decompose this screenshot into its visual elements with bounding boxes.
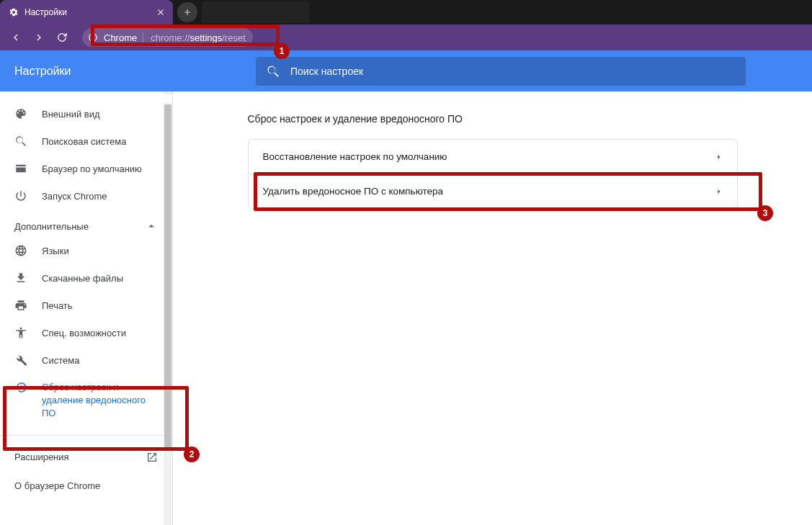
sidebar-extensions[interactable]: Расширения (0, 443, 172, 472)
chevron-right-icon (715, 153, 723, 161)
settings-sidebar: Внешний вид Поисковая система Браузер по… (0, 91, 173, 525)
gear-icon (9, 7, 19, 17)
search-placeholder: Поиск настроек (290, 66, 363, 77)
wrench-icon (14, 354, 27, 367)
reset-restore-defaults[interactable]: Восстановление настроек по умолчанию (249, 140, 737, 174)
svg-rect-1 (92, 37, 94, 39)
search-icon (14, 135, 27, 148)
section-title: Сброс настроек и удаление вредоносного П… (248, 113, 738, 125)
sidebar-item-label: Сброс настроек и удаление вредоносного П… (42, 381, 161, 421)
row-label: Удалить вредоносное ПО с компьютера (263, 186, 444, 197)
address-label: Chrome (98, 32, 143, 43)
sidebar-item-reset[interactable]: Сброс настроек и удаление вредоносного П… (0, 374, 172, 428)
row-label: Восстановление настроек по умолчанию (263, 151, 447, 162)
annotation-badge-1: 1 (274, 43, 290, 59)
sidebar-item-label: Внешний вид (42, 109, 100, 120)
sidebar-separator (0, 435, 172, 436)
sidebar-item-label: Система (42, 355, 79, 366)
globe-icon (14, 244, 27, 257)
sidebar-item-label: Языки (42, 246, 69, 256)
url-highlight: settings (189, 32, 222, 43)
settings-header: Настройки Поиск настроек (0, 50, 812, 91)
sidebar-item-default-browser[interactable]: Браузер по умолчанию (0, 155, 172, 182)
browser-icon (14, 162, 27, 175)
power-icon (14, 189, 27, 202)
sidebar-extensions-label: Расширения (14, 452, 69, 462)
plus-icon (182, 7, 192, 17)
sidebar-item-search-engine[interactable]: Поисковая система (0, 127, 172, 155)
download-icon (14, 272, 27, 284)
sidebar-item-accessibility[interactable]: Спец. возможности (0, 319, 172, 346)
reset-cleanup-computer[interactable]: Удалить вредоносное ПО с компьютера (249, 174, 737, 208)
sidebar-item-label: Браузер по умолчанию (42, 163, 142, 174)
sidebar-item-languages[interactable]: Языки (0, 237, 172, 264)
sidebar-item-system[interactable]: Система (0, 346, 172, 374)
settings-main: Сброс настроек и удаление вредоносного П… (173, 91, 812, 525)
restore-icon (14, 381, 27, 394)
active-tab[interactable]: Настройки (0, 0, 173, 24)
annotation-badge-3: 3 (757, 205, 773, 221)
sidebar-item-label: Спец. возможности (42, 328, 126, 338)
tab-title: Настройки (24, 7, 150, 17)
sidebar-about[interactable]: О браузере Chrome (0, 472, 172, 500)
lock-icon (88, 32, 98, 42)
arrow-right-icon (32, 31, 45, 44)
sidebar-item-label: Скачанные файлы (42, 273, 123, 284)
sidebar-about-label: О браузере Chrome (14, 480, 100, 491)
address-bar[interactable]: Chrome chrome://settings/reset (82, 28, 253, 47)
sidebar-item-print[interactable]: Печать (0, 292, 172, 319)
sidebar-advanced-toggle[interactable]: Дополнительные (0, 210, 172, 237)
forward-button[interactable] (30, 29, 48, 46)
palette-icon (14, 107, 27, 120)
sidebar-item-label: Запуск Chrome (42, 191, 107, 202)
sidebar-item-label: Поисковая система (42, 136, 127, 147)
inactive-tab[interactable] (202, 1, 310, 23)
sidebar-advanced-label: Дополнительные (14, 221, 89, 232)
sidebar-item-label: Печать (42, 300, 73, 311)
annotation-badge-2: 2 (184, 447, 200, 462)
close-icon[interactable] (156, 7, 166, 17)
external-link-icon (146, 452, 158, 463)
chevron-up-icon (145, 220, 158, 233)
address-url: chrome://settings/reset (143, 32, 253, 43)
sidebar-item-appearance[interactable]: Внешний вид (0, 100, 172, 127)
accessibility-icon (14, 326, 27, 339)
reload-icon (55, 31, 68, 44)
sidebar-scrollbar[interactable] (164, 91, 172, 525)
settings-search[interactable]: Поиск настроек (256, 57, 746, 86)
url-suffix: /reset (222, 32, 246, 43)
arrow-left-icon (9, 31, 22, 44)
chevron-right-icon (715, 188, 723, 195)
sidebar-item-downloads[interactable]: Скачанные файлы (0, 264, 172, 292)
back-button[interactable] (7, 29, 24, 46)
print-icon (14, 299, 27, 312)
sidebar-item-startup[interactable]: Запуск Chrome (0, 182, 172, 210)
settings-title: Настройки (14, 65, 256, 78)
search-icon (266, 64, 280, 78)
reload-button[interactable] (53, 29, 71, 46)
browser-tabstrip: Настройки (0, 0, 812, 24)
new-tab-button[interactable] (177, 2, 197, 22)
reset-card: Восстановление настроек по умолчанию Уда… (248, 139, 738, 209)
url-prefix: chrome:// (151, 32, 189, 43)
browser-toolbar: Chrome chrome://settings/reset (0, 24, 812, 50)
